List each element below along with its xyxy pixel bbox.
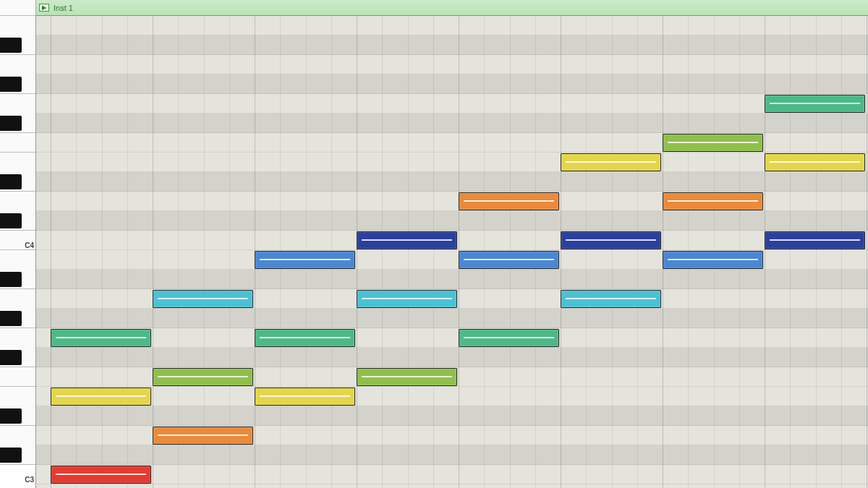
subdivision-line [76,16,77,488]
midi-note[interactable] [153,368,253,386]
white-key[interactable] [0,0,35,16]
white-key[interactable] [0,367,35,387]
midi-note[interactable] [51,466,151,484]
black-key[interactable] [0,116,22,131]
octave-label: C3 [25,476,34,484]
note-lane[interactable] [36,406,868,426]
play-icon: ▶ [42,4,46,11]
midi-note[interactable] [561,290,661,308]
midi-note[interactable] [459,251,559,269]
subdivision-line [408,16,409,488]
black-key[interactable] [0,213,22,228]
midi-note[interactable] [561,231,661,249]
midi-note[interactable] [663,134,763,152]
black-key[interactable] [0,272,22,287]
midi-note[interactable] [765,153,865,171]
subdivision-line [612,16,613,488]
midi-note[interactable] [561,153,661,171]
subdivision-line [433,16,434,488]
black-key[interactable] [0,350,22,365]
subdivision-line [178,16,179,488]
subdivision-line [127,16,128,488]
note-lane[interactable] [36,445,868,465]
midi-note[interactable] [459,192,559,210]
midi-note[interactable] [357,231,457,249]
midi-note[interactable] [357,368,457,386]
note-lane[interactable] [36,16,868,35]
subdivision-line [586,16,587,488]
midi-note[interactable] [51,388,151,406]
midi-note[interactable] [459,329,559,347]
black-key[interactable] [0,311,22,326]
beat-line [867,16,867,488]
note-lane[interactable] [36,328,868,348]
midi-note[interactable] [765,95,865,113]
piano-roll-grid[interactable]: IiiiiiIVVviviiI [36,16,868,488]
beat-line [765,16,765,488]
note-lane[interactable] [36,270,868,289]
octave-label: C4 [25,241,34,249]
midi-note[interactable] [255,251,355,269]
subdivision-line [382,16,383,488]
note-lane[interactable] [36,35,868,55]
white-key[interactable] [0,133,35,153]
note-lane[interactable] [36,74,868,94]
black-key[interactable] [0,448,22,463]
beat-line [357,16,357,488]
subdivision-line [841,16,842,488]
note-lane[interactable] [36,114,868,133]
midi-note[interactable] [153,290,253,308]
black-key[interactable] [0,77,22,92]
subdivision-line [204,16,205,488]
note-lane[interactable] [36,153,868,172]
piano-roll-editor: ▾ ▶ Inst 1 C4C3 IiiiiiIVVviviiI [0,0,868,488]
catch-playhead-button[interactable]: ▶ [39,4,49,12]
note-lane[interactable] [36,387,868,406]
midi-note[interactable] [153,427,253,445]
subdivision-line [790,16,791,488]
black-key[interactable] [0,408,22,424]
midi-note[interactable] [663,251,763,269]
note-lane[interactable] [36,211,868,231]
note-lane[interactable] [36,55,868,74]
note-lane[interactable] [36,465,868,484]
note-lane[interactable] [36,309,868,328]
black-key[interactable] [0,174,22,189]
note-lane[interactable] [36,348,868,367]
note-lane[interactable] [36,94,868,114]
midi-note[interactable] [51,329,151,347]
beat-line [153,16,153,488]
subdivision-line [102,16,103,488]
midi-note[interactable] [357,290,457,308]
midi-note[interactable] [765,231,865,249]
track-header[interactable]: ▶ Inst 1 [36,0,868,16]
track-name-label: Inst 1 [54,4,73,12]
piano-keyboard[interactable]: C4C3 [0,16,36,488]
note-lane[interactable] [36,172,868,192]
beat-line [561,16,561,488]
subdivision-line [637,16,638,488]
subdivision-line [229,16,230,488]
midi-note[interactable] [255,329,355,347]
black-key[interactable] [0,38,22,53]
midi-note[interactable] [663,192,763,210]
midi-note[interactable] [255,388,355,406]
subdivision-line [816,16,817,488]
beat-line [51,16,51,488]
